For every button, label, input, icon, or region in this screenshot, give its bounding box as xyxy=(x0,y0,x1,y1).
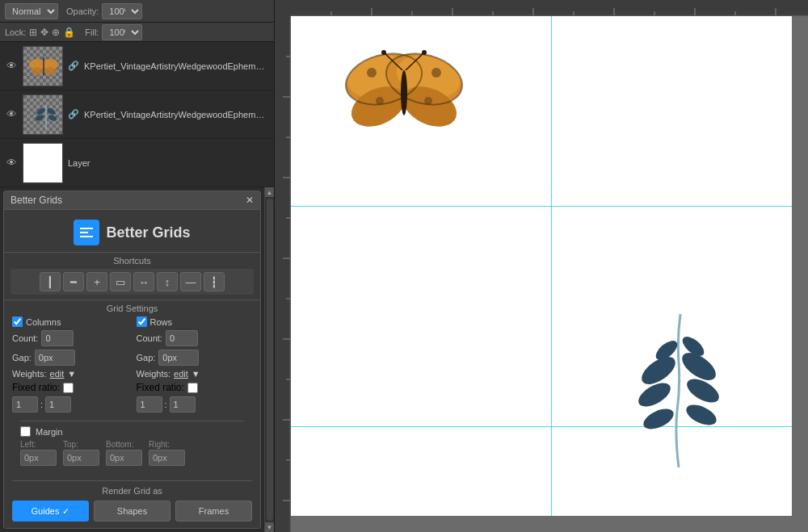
rows-weights-edit[interactable]: edit xyxy=(174,369,188,379)
svg-point-48 xyxy=(401,70,407,115)
rows-checkbox[interactable] xyxy=(137,316,147,327)
canvas-inner xyxy=(291,16,792,516)
fill-select[interactable]: 100% xyxy=(102,24,142,40)
ruler-corner xyxy=(275,0,291,16)
rows-fixed-ratio-checkbox[interactable] xyxy=(187,383,198,393)
margin-fields: Left: Top: Bottom: Right: xyxy=(20,440,244,466)
columns-gap-row: Gap: xyxy=(12,350,128,366)
shortcut-btn-8[interactable]: ┇ xyxy=(204,272,225,291)
lock-label: Lock: xyxy=(5,27,26,37)
panel-title-bar: Better Grids ✕ xyxy=(4,191,260,210)
rows-gap-input[interactable] xyxy=(158,350,199,366)
shortcut-btn-5[interactable]: ↔ xyxy=(133,272,154,291)
rows-ratio-1[interactable] xyxy=(137,396,162,413)
rows-weights-label: Weights: xyxy=(137,369,171,379)
columns-gap-label: Gap: xyxy=(12,353,32,362)
render-buttons: Guides ✓ Shapes Frames xyxy=(12,501,252,522)
columns-ratio-inputs: : xyxy=(12,396,128,413)
svg-point-57 xyxy=(641,404,677,433)
logo-line-1 xyxy=(80,228,93,229)
margin-right-label: Right: xyxy=(149,440,185,449)
rows-gap-label: Gap: xyxy=(137,353,156,362)
opacity-select[interactable]: 100% xyxy=(102,3,142,19)
layer-visibility-icon[interactable]: 👁 xyxy=(5,60,18,72)
panel-scrollbar: ▲ ▼ xyxy=(264,187,274,532)
rows-fixed-ratio-row: Fixed ratio: xyxy=(137,382,253,393)
margin-header: Margin xyxy=(20,426,244,437)
scroll-up-button[interactable]: ▲ xyxy=(265,187,275,197)
render-guides-button[interactable]: Guides ✓ xyxy=(12,501,89,522)
shortcut-btn-7[interactable]: — xyxy=(180,272,201,291)
svg-point-52 xyxy=(422,50,427,55)
columns-label: Columns xyxy=(26,317,61,327)
guides-check-icon: ✓ xyxy=(62,506,69,517)
columns-fixed-ratio-label: Fixed ratio: xyxy=(12,382,60,393)
svg-point-58 xyxy=(684,400,720,429)
layer-item[interactable]: 👁 Layer xyxy=(0,139,274,187)
rows-header: Rows xyxy=(137,316,253,327)
svg-point-43 xyxy=(431,68,441,77)
margin-bottom-input[interactable] xyxy=(106,450,142,466)
columns-gap-input[interactable] xyxy=(35,350,75,366)
rows-ratio-2[interactable] xyxy=(170,396,196,413)
render-shapes-button[interactable]: Shapes xyxy=(94,501,170,522)
bg-logo-lines xyxy=(80,228,93,237)
columns-ratio-2[interactable] xyxy=(45,396,71,413)
bg-logo xyxy=(74,220,99,245)
rows-fixed-ratio-label: Fixed ratio: xyxy=(137,382,184,393)
shortcut-btn-4[interactable]: ▭ xyxy=(110,272,131,291)
columns-weights-dropdown[interactable]: ▼ xyxy=(67,369,76,379)
columns-count-row: Count: xyxy=(12,330,128,346)
margin-label: Margin xyxy=(36,427,63,437)
margin-right-input[interactable] xyxy=(149,450,185,466)
rows-count-input[interactable] xyxy=(166,330,198,346)
shortcut-btn-3[interactable]: + xyxy=(86,272,107,291)
blend-mode-select[interactable]: Normal xyxy=(5,3,58,19)
svg-point-8 xyxy=(35,114,45,122)
columns-fixed-ratio-checkbox[interactable] xyxy=(63,383,74,393)
layer-chain-icon: 🔗 xyxy=(68,61,79,71)
shortcut-btn-6[interactable]: ↕ xyxy=(157,272,178,291)
columns-count-input[interactable] xyxy=(41,330,74,346)
svg-point-42 xyxy=(367,68,377,77)
canvas-area xyxy=(275,0,808,532)
lock-padlock-icon[interactable]: 🔒 xyxy=(63,27,75,38)
margin-checkbox[interactable] xyxy=(20,426,31,437)
svg-point-9 xyxy=(48,114,58,122)
scrollbar-track[interactable] xyxy=(267,199,273,521)
render-frames-button[interactable]: Frames xyxy=(175,501,252,522)
layer-visibility-icon[interactable]: 👁 xyxy=(5,108,18,120)
columns-checkbox[interactable] xyxy=(12,316,23,327)
scroll-down-button[interactable]: ▼ xyxy=(265,522,275,532)
grid-line-vertical-1 xyxy=(551,16,552,516)
ruler-left xyxy=(275,16,291,532)
frames-label: Frames xyxy=(199,506,229,516)
panel-title: Better Grids xyxy=(11,195,62,206)
columns-ratio-1[interactable] xyxy=(12,396,38,413)
lock-move-icon[interactable]: ✥ xyxy=(40,27,48,38)
layer-visibility-icon[interactable]: 👁 xyxy=(5,157,18,169)
rows-section: Rows Count: Gap: Weights: edit xyxy=(137,316,253,416)
render-label: Render Grid as xyxy=(12,486,252,496)
shortcut-btn-2[interactable]: ━ xyxy=(63,272,84,291)
shortcut-btn-1[interactable]: ┃ xyxy=(40,272,61,291)
margin-left-input[interactable] xyxy=(20,450,57,466)
shapes-label: Shapes xyxy=(117,506,147,516)
lock-checkered-icon[interactable]: ⊞ xyxy=(29,27,37,38)
layer-item[interactable]: 👁 🔗 KPertiet_VintageArtistryWedgewoodEph… xyxy=(0,90,274,139)
fill-label: Fill: xyxy=(85,27,99,37)
layer-item[interactable]: 👁 🔗 KPertiet_VintageArtistryWedgewoodEph… xyxy=(0,42,274,90)
columns-weights-label: Weights: xyxy=(12,369,47,379)
better-grids-panel: Better Grids ✕ Better Grids Shortcuts ┃ xyxy=(3,191,261,529)
lock-position-icon[interactable]: ⊕ xyxy=(52,27,60,38)
left-panel: Normal Opacity: 100% Lock: ⊞ ✥ ⊕ 🔒 Fill:… xyxy=(0,0,275,532)
panel-close-button[interactable]: ✕ xyxy=(246,195,254,206)
margin-top-input[interactable] xyxy=(63,450,99,466)
rows-weights-dropdown[interactable]: ▼ xyxy=(191,369,200,379)
lock-toolbar: Lock: ⊞ ✥ ⊕ 🔒 Fill: 100% xyxy=(0,23,274,42)
columns-weights-edit[interactable]: edit xyxy=(50,369,65,379)
columns-header: Columns xyxy=(12,316,128,327)
guides-label: Guides xyxy=(32,506,60,516)
columns-ratio-colon: : xyxy=(40,400,43,409)
opacity-label: Opacity: xyxy=(66,6,99,16)
